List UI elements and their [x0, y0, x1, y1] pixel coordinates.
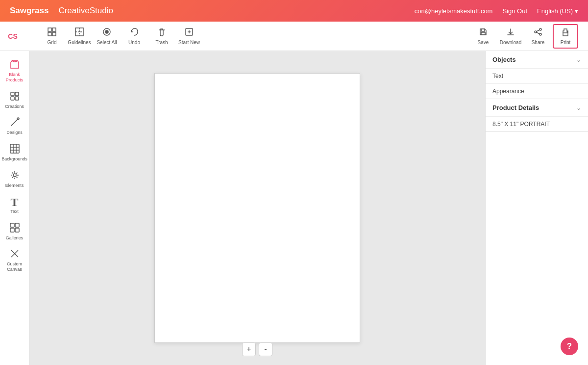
canvas-controls: + - — [242, 342, 272, 356]
svg-line-17 — [537, 30, 539, 31]
objects-chevron-icon: ⌄ — [576, 56, 581, 63]
elements-label: Elements — [5, 183, 24, 188]
sign-out-button[interactable]: Sign Out — [502, 7, 527, 15]
user-email: cori@heyletsmakestuff.com — [415, 7, 493, 15]
appearance-item[interactable]: Appearance — [486, 83, 588, 99]
select-all-tool[interactable]: Select All — [94, 24, 120, 49]
left-sidebar: Blank Products Creations De — [0, 51, 29, 365]
sidebar-item-elements[interactable]: Elements — [1, 167, 28, 191]
canvas-area[interactable]: + - — [29, 51, 485, 365]
backgrounds-icon — [9, 143, 20, 156]
text-item[interactable]: Text — [486, 68, 588, 83]
guidelines-label: Guidelines — [68, 40, 91, 45]
save-icon — [478, 27, 488, 38]
product-details-title: Product Details — [492, 104, 539, 111]
product-detail-value: 8.5" X 11" PORTRAIT — [486, 116, 588, 131]
top-nav: Sawgrass CreativeStudio cori@heyletsmake… — [0, 0, 588, 22]
trash-label: Trash — [155, 40, 168, 45]
logo-wrapper: CS — [4, 27, 25, 45]
svg-rect-21 — [11, 92, 14, 96]
creations-icon — [9, 91, 20, 103]
svg-point-14 — [539, 28, 541, 30]
svg-rect-19 — [563, 33, 568, 36]
svg-rect-23 — [11, 97, 14, 100]
toolbar-right: Save Download Sh — [470, 24, 578, 49]
svg-rect-3 — [52, 32, 56, 36]
zoom-out-button[interactable]: - — [259, 342, 272, 356]
grid-label: Grid — [48, 40, 57, 45]
sidebar-item-text[interactable]: T Text — [1, 193, 28, 217]
guidelines-tool[interactable]: Guidelines — [67, 24, 92, 49]
undo-label: Undo — [128, 40, 140, 45]
grid-icon — [47, 27, 57, 38]
sidebar-item-galleries[interactable]: Galleries — [1, 219, 28, 244]
svg-rect-26 — [10, 144, 19, 153]
svg-rect-1 — [52, 28, 56, 31]
svg-rect-12 — [482, 29, 485, 31]
product-details-section: Product Details ⌄ 8.5" X 11" PORTRAIT — [486, 99, 588, 132]
select-all-icon — [102, 27, 112, 38]
guidelines-icon — [74, 27, 84, 38]
canvas-page — [154, 73, 360, 343]
undo-icon — [129, 27, 139, 38]
elements-icon — [9, 170, 20, 182]
svg-point-16 — [539, 33, 541, 35]
svg-rect-41 — [15, 223, 19, 227]
custom-canvas-label: Custom Canvas — [2, 261, 27, 272]
svg-rect-2 — [48, 32, 51, 36]
galleries-label: Galleries — [6, 235, 24, 241]
svg-line-36 — [12, 173, 13, 174]
share-tool[interactable]: Share — [525, 24, 551, 49]
print-label: Print — [561, 40, 571, 45]
galleries-icon — [9, 222, 20, 235]
select-all-label: Select All — [97, 40, 117, 45]
download-tool[interactable]: Download — [498, 24, 523, 49]
text-label: Text — [10, 209, 19, 214]
svg-point-8 — [105, 30, 108, 33]
app-logo: CS — [4, 27, 22, 45]
share-icon — [533, 27, 543, 38]
backgrounds-label: Backgrounds — [1, 156, 27, 162]
help-button[interactable]: ? — [561, 338, 578, 355]
blank-products-label: Blank Products — [2, 72, 27, 83]
toolbar: CS Grid Guidelines — [0, 22, 588, 51]
custom-canvas-icon — [9, 248, 20, 261]
zoom-in-button[interactable]: + — [242, 342, 256, 356]
svg-rect-22 — [15, 92, 19, 96]
top-nav-left: Sawgrass CreativeStudio — [10, 6, 113, 16]
language-selector[interactable]: English (US) ▾ — [537, 7, 578, 15]
designs-label: Designs — [6, 130, 23, 135]
download-label: Download — [500, 40, 521, 45]
right-sidebar: Objects ⌄ Text Appearance Product Detail… — [485, 51, 588, 365]
start-new-tool[interactable]: Start New — [176, 24, 202, 49]
grid-tool[interactable]: Grid — [39, 24, 65, 49]
svg-line-37 — [16, 177, 17, 178]
svg-rect-42 — [10, 228, 14, 232]
sidebar-item-custom-canvas[interactable]: Custom Canvas — [1, 245, 28, 275]
svg-line-18 — [537, 32, 539, 34]
brand-name: Sawgrass — [10, 6, 49, 16]
svg-rect-40 — [10, 223, 14, 227]
share-label: Share — [532, 40, 545, 45]
objects-section-title: Objects — [492, 56, 516, 63]
sidebar-item-creations[interactable]: Creations — [1, 88, 28, 112]
language-chevron: ▾ — [575, 7, 578, 15]
trash-tool[interactable]: Trash — [149, 24, 174, 49]
product-details-section-header[interactable]: Product Details ⌄ — [486, 99, 588, 116]
sidebar-item-backgrounds[interactable]: Backgrounds — [1, 140, 28, 165]
print-icon — [561, 27, 570, 38]
save-tool[interactable]: Save — [470, 24, 496, 49]
svg-point-15 — [535, 31, 537, 33]
blank-products-icon — [9, 59, 20, 71]
start-new-icon — [184, 27, 194, 38]
objects-section: Objects ⌄ Text Appearance — [486, 51, 588, 99]
toolbar-left: Grid Guidelines Select All — [39, 24, 202, 49]
objects-section-header[interactable]: Objects ⌄ — [486, 51, 588, 68]
product-details-chevron-icon: ⌄ — [576, 104, 581, 111]
svg-rect-0 — [48, 28, 51, 31]
print-tool[interactable]: Print — [553, 24, 578, 49]
sidebar-item-blank-products[interactable]: Blank Products — [1, 56, 28, 86]
undo-tool[interactable]: Undo — [122, 24, 147, 49]
sidebar-item-designs[interactable]: Designs — [1, 114, 28, 138]
svg-point-20 — [567, 31, 568, 32]
